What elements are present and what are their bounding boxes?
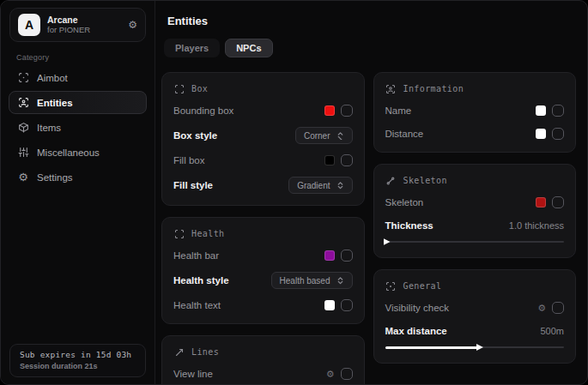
brand-subtitle: for PIONER — [47, 26, 121, 35]
row-label: Health style — [173, 275, 229, 286]
card-title: Skeleton — [403, 176, 447, 185]
row-label: Health text — [173, 300, 221, 310]
color-swatch[interactable] — [324, 300, 335, 310]
dropdown-box-style[interactable]: Corner — [295, 127, 353, 144]
slider-thumb[interactable] — [384, 238, 391, 245]
color-swatch[interactable] — [324, 155, 335, 165]
dropdown-value: Corner — [304, 131, 330, 141]
card-header: Box — [173, 83, 353, 94]
session-duration: Session duration 21s — [20, 362, 136, 370]
checkbox-health-text[interactable] — [341, 299, 353, 311]
slider-value: 1.0 thickness — [509, 220, 564, 231]
chevrons-up-down-icon — [336, 277, 344, 285]
corner-brackets-icon — [173, 83, 185, 94]
card-header: Skeleton — [385, 175, 565, 186]
sidebar-item-aimbot[interactable]: Aimbot — [9, 66, 147, 89]
person-scan-icon — [385, 83, 397, 94]
setting-row: View line ⚙ — [173, 367, 353, 381]
setting-row: Skeleton — [385, 196, 565, 209]
card-title: Box — [191, 84, 208, 93]
color-swatch[interactable] — [324, 250, 335, 261]
subscription-expiry: Sub expires in 15d 03h — [20, 350, 136, 359]
color-swatch[interactable] — [324, 105, 335, 116]
card-skeleton: Skeleton Skeleton Thickness 1.0 thicknes… — [373, 164, 577, 258]
checkbox-health-bar[interactable] — [341, 250, 353, 262]
card-health: Health Health bar Health style Health ba… — [161, 217, 365, 324]
color-swatch[interactable] — [536, 105, 546, 116]
color-swatch[interactable] — [536, 197, 546, 208]
card-box: Box Bounding box Box style Corner — [161, 72, 365, 206]
tab-bar: Players NPCs — [164, 39, 576, 57]
card-general: General Visibility check ⚙ Max distance … — [373, 269, 577, 364]
row-label: Skeleton — [385, 197, 424, 208]
row-label: Health bar — [173, 250, 219, 261]
brand-text: Arcane for PIONER — [47, 15, 121, 35]
row-label: View line — [173, 369, 213, 379]
gear-icon[interactable]: ⚙ — [128, 20, 137, 30]
row-label: Max distance — [385, 326, 447, 336]
diagonal-line-icon — [173, 346, 185, 358]
color-swatch[interactable] — [536, 129, 546, 139]
slider-fill — [385, 346, 478, 349]
row-label: Thickness — [385, 220, 433, 231]
max-distance-slider[interactable] — [385, 343, 565, 352]
dropdown-fill-style[interactable]: Gradient — [288, 177, 352, 194]
gear-icon[interactable]: ⚙ — [326, 370, 335, 379]
brand-name: Arcane — [47, 15, 121, 25]
sidebar-item-label: Aimbot — [37, 73, 68, 83]
sidebar-item-miscellaneous[interactable]: Miscellaneous — [9, 141, 147, 164]
category-label: Category — [16, 53, 155, 62]
chevrons-up-down-icon — [336, 182, 344, 189]
chevrons-up-down-icon — [336, 132, 344, 140]
sidebar-item-items[interactable]: Items — [9, 116, 147, 139]
focus-icon — [385, 280, 397, 292]
setting-row: Fill box — [173, 153, 353, 167]
sidebar-item-entities[interactable]: Entities — [9, 91, 147, 114]
card-title: Health — [191, 229, 225, 238]
tab-players[interactable]: Players — [164, 39, 220, 57]
app-logo: A — [18, 14, 40, 36]
setting-row: Health bar — [173, 249, 353, 262]
cube-icon — [17, 122, 29, 134]
setting-row: Name — [385, 104, 565, 117]
checkbox-distance[interactable] — [552, 128, 564, 140]
row-label: Distance — [385, 129, 424, 139]
setting-row: Health style Health based — [173, 272, 353, 289]
checkbox-name[interactable] — [552, 105, 564, 117]
card-header: Information — [385, 83, 565, 94]
checkbox-fill-box[interactable] — [341, 154, 353, 166]
sidebar-item-label: Items — [37, 123, 61, 133]
corner-brackets-icon — [173, 228, 185, 239]
slider-track — [385, 241, 565, 243]
sidebar-item-settings[interactable]: ⚙ Settings — [9, 165, 147, 189]
gear-icon[interactable]: ⚙ — [537, 304, 546, 313]
main-content: Entities Players NPCs Box Bounding box — [155, 1, 587, 384]
dropdown-value: Gradient — [297, 181, 330, 190]
card-header: General — [385, 280, 565, 292]
row-label: Bounding box — [173, 105, 233, 116]
sidebar-item-label: Miscellaneous — [37, 147, 100, 158]
setting-row: Health text — [173, 298, 353, 312]
card-title: Information — [403, 84, 464, 93]
checkbox-skeleton[interactable] — [552, 196, 564, 208]
checkbox-bounding-box[interactable] — [341, 105, 353, 117]
row-label: Fill box — [173, 155, 204, 165]
crosshair-icon — [17, 72, 29, 84]
setting-row: Thickness 1.0 thickness — [385, 219, 565, 232]
checkbox-visibility-check[interactable] — [552, 302, 564, 314]
checkbox-view-line[interactable] — [341, 368, 353, 380]
thickness-slider[interactable] — [385, 238, 565, 246]
bone-icon — [385, 175, 397, 186]
app-window: A Arcane for PIONER ⚙ Category Aimbot En… — [0, 0, 588, 385]
right-column: Information Name Distance — [373, 72, 577, 385]
sidebar: A Arcane for PIONER ⚙ Category Aimbot En… — [1, 1, 155, 384]
slider-thumb[interactable] — [476, 344, 483, 351]
setting-row: Max distance 500m — [385, 324, 565, 338]
dropdown-health-style[interactable]: Health based — [271, 272, 353, 289]
tab-npcs[interactable]: NPCs — [225, 39, 272, 57]
setting-row: Box style Corner — [173, 127, 353, 144]
left-column: Box Bounding box Box style Corner — [161, 72, 365, 385]
dropdown-value: Health based — [280, 276, 330, 286]
gear-icon: ⚙ — [17, 171, 29, 183]
slider-value: 500m — [540, 326, 564, 336]
